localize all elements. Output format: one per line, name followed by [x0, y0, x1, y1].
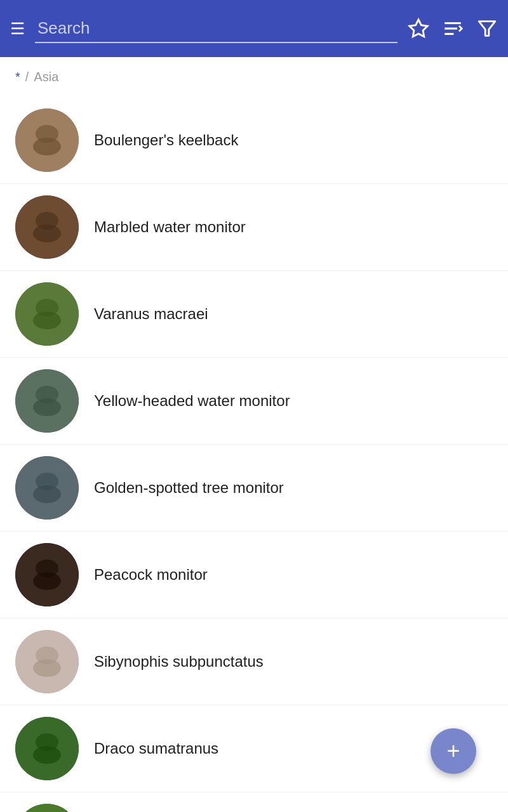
list-item[interactable]: Sibynophis subpunctatus [0, 619, 508, 705]
species-name: Marbled water monitor [94, 218, 246, 236]
species-name: Boulenger's keelback [94, 131, 238, 149]
species-avatar [15, 282, 79, 346]
species-avatar [15, 717, 79, 780]
breadcrumb: * / Asia [0, 57, 508, 91]
svg-point-16 [36, 386, 58, 403]
svg-marker-0 [410, 20, 427, 37]
species-avatar [15, 456, 79, 520]
header-actions [408, 18, 498, 39]
list-item[interactable]: Boulenger's keelback [0, 97, 508, 184]
svg-point-7 [36, 125, 58, 143]
species-avatar [15, 195, 79, 259]
add-button[interactable]: + [431, 728, 476, 774]
species-name: Golden-spotted tree monitor [94, 479, 284, 497]
menu-icon[interactable]: ☰ [10, 20, 25, 37]
svg-point-19 [36, 473, 58, 490]
species-name: Draco sumatranus [94, 740, 218, 757]
breadcrumb-root[interactable]: * [15, 70, 20, 84]
list-item[interactable]: Yellow-headed water monitor [0, 358, 508, 445]
list-item[interactable]: Varanus macraei [0, 271, 508, 358]
search-input[interactable] [35, 15, 398, 43]
list-item[interactable]: Peacock monitor [0, 532, 508, 619]
app-header: ☰ [0, 0, 508, 57]
species-name: Varanus macraei [94, 305, 208, 323]
list-item[interactable]: Golden-spotted tree monitor [0, 445, 508, 532]
species-avatar [15, 543, 79, 606]
list-item[interactable]: Draco cornutus [0, 792, 508, 812]
species-name: Peacock monitor [94, 566, 208, 584]
svg-point-28 [36, 733, 58, 751]
breadcrumb-region[interactable]: Asia [34, 70, 58, 84]
svg-point-10 [36, 212, 58, 230]
breadcrumb-separator: / [25, 70, 29, 84]
favorites-icon[interactable] [408, 18, 429, 39]
species-name: Yellow-headed water monitor [94, 392, 290, 410]
svg-point-13 [36, 299, 58, 317]
svg-marker-4 [479, 22, 495, 36]
species-avatar [15, 804, 79, 812]
species-avatar [15, 108, 79, 172]
svg-point-29 [15, 804, 79, 812]
species-list: Boulenger's keelback Marbled water monit… [0, 91, 508, 812]
species-avatar [15, 630, 79, 693]
species-name: Sibynophis subpunctatus [94, 653, 264, 671]
filter-icon[interactable] [476, 18, 498, 39]
svg-point-25 [36, 646, 58, 664]
svg-point-22 [36, 560, 58, 577]
list-item[interactable]: Marbled water monitor [0, 184, 508, 271]
species-avatar [15, 369, 79, 433]
sort-icon[interactable] [442, 18, 464, 39]
